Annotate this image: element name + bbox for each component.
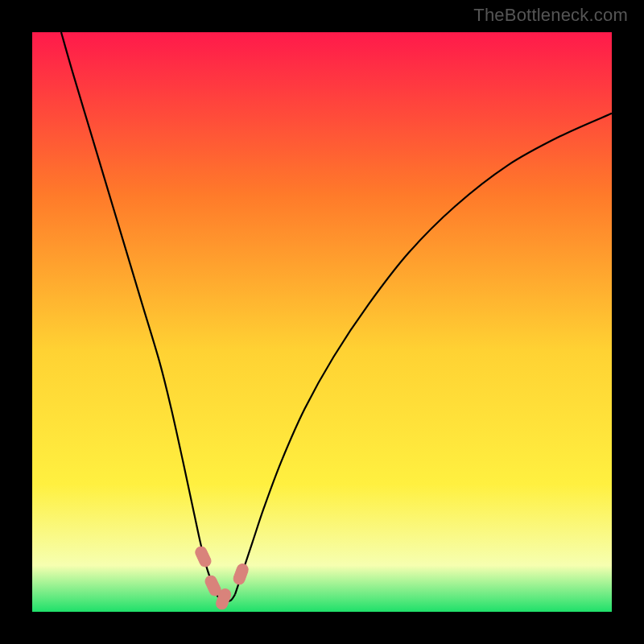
chart-stage: TheBottleneck.com bbox=[0, 0, 644, 644]
chart-svg bbox=[32, 32, 612, 612]
gradient-background bbox=[32, 32, 612, 612]
plot-area bbox=[32, 32, 612, 612]
watermark-text: TheBottleneck.com bbox=[473, 5, 628, 26]
